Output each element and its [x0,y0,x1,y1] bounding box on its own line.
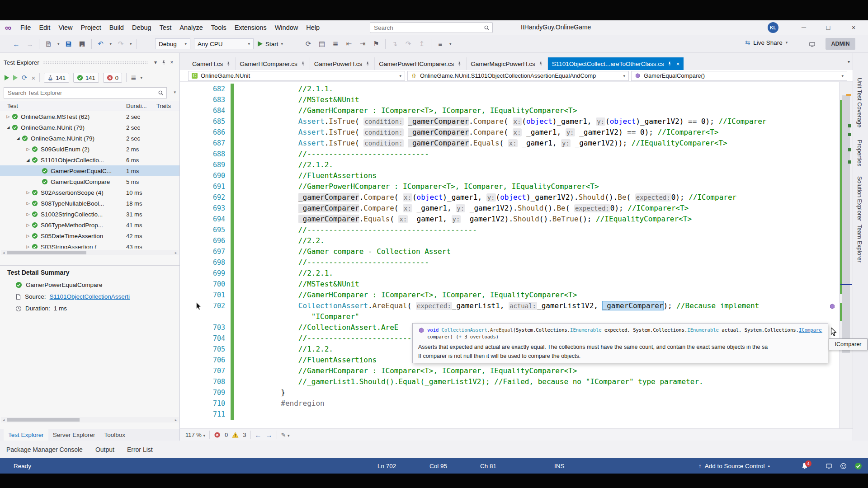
code-line[interactable]: 689 //2.1.2. [180,160,839,170]
admin-badge[interactable]: ADMIN [826,38,855,50]
run-tests-icon[interactable] [13,75,18,80]
editor-tab[interactable]: GamerPowerHComparer.cs [375,57,467,70]
group-by-dropdown-icon[interactable]: ▾ [141,75,143,80]
pencil-mode-icon[interactable]: ✎ ▾ [281,432,290,438]
line-number[interactable]: 700 [180,280,231,288]
minimize-button[interactable]: ─ [792,20,816,35]
test-tree-row[interactable]: ▷S08TypeNullableBool...18 ms [0,198,179,209]
nav-dropdown-project[interactable]: C OnlineGame.NUnit▾ [188,71,405,81]
menu-view[interactable]: View [54,20,76,35]
test-tree-row[interactable]: ▷S09GuidEnum (2)2 ms [0,144,179,155]
line-number[interactable]: 706 [180,356,231,364]
expand-icon[interactable]: ▷ [24,244,32,249]
test-search-box[interactable] [4,87,167,99]
panel-tab-package-manager-console[interactable]: Package Manager Console [6,446,83,453]
editor-tab[interactable]: GamerHComparer.cs [236,57,310,70]
expand-icon[interactable]: ▷ [24,201,32,206]
nav-dropdown-method[interactable]: GamerEqualCompare()▾ [631,71,847,81]
icomparer-link[interactable]: IComparer [799,327,822,333]
right-dock-tab-solution-explorer[interactable]: Solution Explorer [856,176,863,221]
group-by-icon[interactable]: ≣ [131,74,137,82]
search-options-icon[interactable]: ▾ [174,90,176,94]
editor-tab[interactable]: GamerH.cs [188,57,236,70]
bookmark-icon[interactable]: ⚑ [372,38,381,50]
panel-tab-error-list[interactable]: Error List [127,446,153,453]
line-number[interactable]: 699 [180,269,231,277]
feedback-icon[interactable] [807,38,816,50]
add-to-source-control-button[interactable]: ↑ Add to Source Control ▴ [698,458,770,474]
notifications-bell[interactable]: 4 [801,458,808,474]
menu-help[interactable]: Help [302,20,324,35]
code-line[interactable]: 694 _gamerComparer.Equals( x: _gamer1, y… [180,214,839,225]
menu-build[interactable]: Build [105,20,128,35]
line-number[interactable]: 695 [180,226,231,234]
menu-debug[interactable]: Debug [128,20,156,35]
code-line[interactable]: 702 CollectionAssert.AreEqual( expected:… [180,300,839,311]
line-number[interactable]: 710 [180,399,231,408]
test-tree-row[interactable]: ▷S02AssertionScope (4)10 ms [0,187,179,198]
navigate-back-icon[interactable]: ← [12,38,21,50]
user-avatar[interactable]: KL [768,22,778,33]
code-line[interactable]: 711 [180,409,839,420]
source-link[interactable]: S1101ObjectCollectionAsserti [50,293,130,300]
menu-analyze[interactable]: Analyze [175,20,207,35]
new-file-dropdown-icon[interactable]: ▾ [57,42,60,46]
test-tree-row[interactable]: GamerPowerEqualC...1 ms [0,165,179,176]
redo-icon[interactable]: ↷ [116,38,125,50]
line-number[interactable]: 686 [180,128,231,136]
pin-icon[interactable] [160,60,168,65]
code-line[interactable]: 698 //---------------------------- [180,257,839,268]
step-over-icon[interactable]: ↷ [404,38,413,50]
code-line[interactable]: 701 //GamerHComparer : IComparer<T>, ICo… [180,290,839,300]
panel-tab-output[interactable]: Output [95,446,114,453]
code-line[interactable]: 707 //GamerHComparer : IComparer<T>, ICo… [180,366,839,376]
save-all-icon[interactable]: 🖪︎ [78,38,87,50]
failed-tests-badge[interactable]: 0 [103,73,122,83]
menu-tools[interactable]: Tools [207,20,231,35]
repeat-last-run-icon[interactable]: ⟳ [22,74,28,82]
test-tree-row[interactable]: ▷S05DateTimeAssertion42 ms [0,230,179,241]
line-number[interactable]: 684 [180,107,231,115]
test-tree-row[interactable]: ◢OnlineGame.NUnit (79)2 sec [0,133,179,144]
pin-icon[interactable] [226,61,231,66]
line-number[interactable]: 682 [180,85,231,93]
start-debug-button[interactable]: Start ▾ [258,38,283,49]
code-line[interactable]: 684 //GamerHComparer : IComparer<T>, ICo… [180,105,839,116]
code-line[interactable]: 693 _gamerComparer.Compare( x: _gamer1, … [180,203,839,214]
expand-icon[interactable]: ▷ [24,212,32,216]
close-panel-icon[interactable]: × [168,59,176,66]
line-number[interactable]: 689 [180,161,231,169]
quick-launch-search[interactable] [370,22,493,33]
line-number[interactable]: 690 [180,172,231,180]
close-button[interactable]: × [842,20,865,35]
collapse-icon[interactable]: ◢ [24,158,32,162]
expand-icon[interactable]: ▷ [24,147,32,151]
menu-extensions[interactable]: Extensions [231,20,271,35]
right-dock-tab-properties[interactable]: Properties [856,140,863,166]
save-icon[interactable]: 💾︎ [64,38,73,50]
right-dock-tab-unit-test-coverage[interactable]: Unit Test Coverage [856,78,863,127]
passed-tests-badge[interactable]: 141 [73,73,99,83]
indent-icon[interactable]: ⇥ [358,38,367,50]
test-tree-row[interactable]: GamerEqualCompare5 ms [0,176,179,187]
undo-icon[interactable]: ↶ [96,38,105,50]
line-number[interactable]: 708 [180,378,231,386]
menu-file[interactable]: File [16,20,35,35]
menu-project[interactable]: Project [77,20,105,35]
line-number[interactable]: 688 [180,150,231,158]
menu-edit[interactable]: Edit [35,20,54,35]
code-line[interactable]: 697 //Gamer compare - Collection Assert [180,246,839,257]
code-line[interactable]: 708 //_gamerList1.Should().Equal(_gamerL… [180,376,839,387]
new-file-icon[interactable]: 🖹︎ [44,38,53,50]
collapse-icon[interactable]: ◢ [5,125,12,130]
code-line[interactable]: 700 //MSTest&NUnit [180,279,839,290]
pin-icon[interactable] [301,61,306,66]
platform-dropdown[interactable]: Any CPU▾ [194,38,254,49]
menu-window[interactable]: Window [271,20,302,35]
expand-icon[interactable]: ▷ [24,223,32,227]
nav-dropdown-class[interactable]: {} OnlineGame.NUnit.S1101ObjectCollectio… [407,71,629,81]
dock-tab-test-explorer[interactable]: Test Explorer [4,429,48,441]
collapse-icon[interactable]: ◢ [14,136,22,141]
warning-count[interactable]: 3 [243,432,246,438]
configuration-dropdown[interactable]: Debug▾ [155,38,190,49]
